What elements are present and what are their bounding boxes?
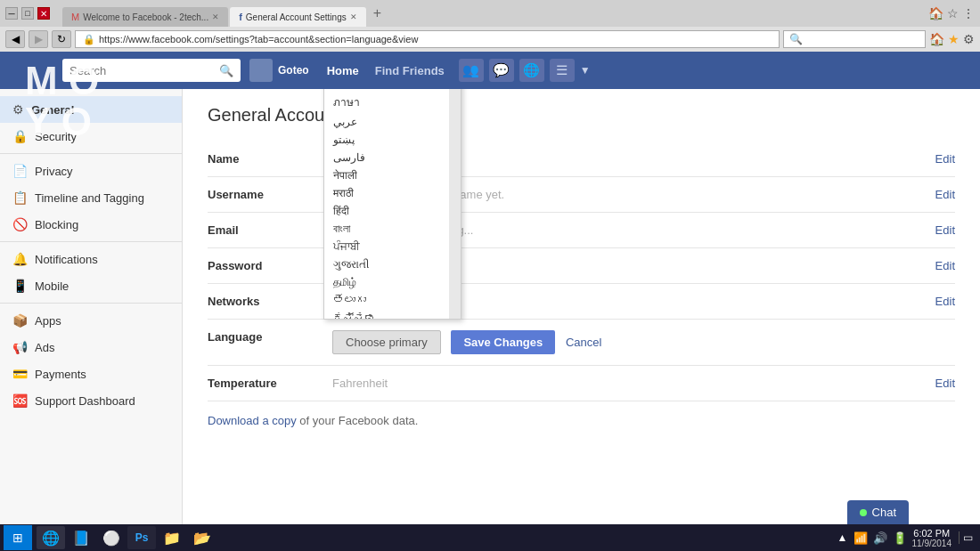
cancel-btn[interactable]: Cancel [559, 330, 608, 354]
sidebar-item-blocking[interactable]: 🚫 Blocking [0, 211, 182, 238]
taskbar-battery-icon[interactable]: 🔋 [893, 531, 907, 545]
sidebar-item-privacy[interactable]: 📄 Privacy [0, 158, 182, 184]
sidebar-item-support[interactable]: 🆘 Support Dashboard [0, 387, 182, 414]
lang-item[interactable]: తెలుగు [324, 291, 448, 309]
fb-dropdown-arrow[interactable]: ▼ [580, 64, 591, 77]
fb-friend-requests-icon[interactable]: 👥 [459, 59, 484, 82]
lang-item[interactable]: বাংলা [324, 220, 448, 238]
ie-icon: 🌐 [42, 530, 60, 547]
lang-item[interactable]: मराठी [324, 184, 448, 202]
taskbar-date: 11/9/2014 [912, 539, 952, 548]
star-icon[interactable]: ☆ [947, 6, 959, 20]
taskbar-app-extra2[interactable]: 📂 [188, 526, 216, 549]
star-nav-icon[interactable]: ★ [948, 32, 960, 46]
fb-notifications-icon[interactable]: 🌐 [519, 59, 544, 82]
edit-link[interactable]: Edit [935, 377, 955, 390]
close-btn[interactable]: ✕ [37, 7, 50, 20]
main-layout: ⚙ General 🔒 Security 📄 Privacy 📋 Timelin… [0, 89, 980, 524]
taskbar-volume-icon[interactable]: 🔊 [873, 531, 887, 545]
chat-button[interactable]: Chat [847, 500, 909, 524]
tab-welcome[interactable]: M Welcome to Facebook - 2tech... ✕ [62, 7, 228, 27]
sidebar-item-label: Timeline and Tagging [35, 191, 144, 205]
new-tab-btn[interactable]: + [373, 5, 381, 21]
sidebar-item-timeline[interactable]: 📋 Timeline and Tagging [0, 184, 182, 211]
sidebar-item-payments[interactable]: 💳 Payments [0, 361, 182, 387]
taskbar-app-ie[interactable]: 🌐 [37, 526, 65, 549]
lang-item[interactable]: ਪੰਜਾਬੀ [324, 238, 448, 255]
lang-item[interactable]: नेपाली [324, 166, 448, 184]
support-icon: 🆘 [12, 393, 28, 408]
sidebar-item-mobile[interactable]: 📱 Mobile [0, 272, 182, 299]
menu-nav-icon[interactable]: ⚙ [963, 32, 975, 46]
sidebar-item-label: Apps [35, 314, 61, 328]
sidebar-item-apps[interactable]: 📦 Apps [0, 307, 182, 334]
fb-search-icon: 🔍 [219, 64, 233, 77]
lang-item[interactable]: پښتو [324, 131, 448, 149]
lang-item[interactable]: हिंदी [324, 202, 448, 220]
tab-close-icon[interactable]: ✕ [212, 12, 219, 21]
fb-messages-icon[interactable]: 💬 [489, 59, 514, 82]
edit-link[interactable]: Edit [935, 295, 955, 308]
fb-username-display: Goteo [278, 64, 309, 77]
minimize-btn[interactable]: ─ [5, 7, 18, 20]
taskbar-show-desktop-icon[interactable]: ▭ [959, 531, 973, 544]
fb-user-avatar[interactable] [249, 59, 273, 82]
tab-close-icon[interactable]: ✕ [350, 12, 357, 21]
back-btn[interactable]: ◀ [5, 30, 25, 48]
sidebar-item-ads[interactable]: 📢 Ads [0, 334, 182, 361]
edit-link[interactable]: Edit [935, 223, 955, 237]
lang-list[interactable]: РусскийСрпскиТочикиУкраїнськаქართულიՀայե… [324, 89, 461, 319]
tab-settings[interactable]: f General Account Settings ✕ [230, 7, 366, 27]
field-edit: Edit [858, 248, 955, 284]
field-value: Choose primary Save Changes Cancel Русск… [323, 320, 858, 366]
home-nav-icon[interactable]: 🏠 [929, 32, 944, 46]
sidebar-divider [0, 153, 182, 154]
fb-home-link[interactable]: Home [327, 64, 359, 77]
lang-item[interactable]: ગુજરાતી [324, 255, 448, 273]
start-btn[interactable]: ⊞ [4, 525, 32, 550]
taskbar-app-edge[interactable]: 📘 [67, 526, 95, 549]
forward-btn[interactable]: ▶ [29, 30, 48, 48]
fb-topbar: 🔍 Goteo Home Find Friends 👥 💬 🌐 ☰ ▼ [0, 52, 980, 89]
edit-link[interactable]: Edit [935, 152, 955, 166]
address-bar[interactable]: 🔒 https://www.facebook.com/settings?tab=… [75, 30, 780, 48]
taskbar-app-extra[interactable]: 📁 [158, 526, 186, 549]
field-label: Email [208, 213, 323, 248]
star-icons: 🏠 ☆ ⋮ [928, 6, 975, 20]
maximize-btn[interactable]: □ [21, 7, 34, 20]
sidebar-item-label: Mobile [35, 280, 69, 293]
download-suffix: of your Facebook data. [299, 414, 418, 427]
refresh-btn[interactable]: ↻ [52, 30, 71, 48]
settings-table: Name GoteorGoteo Edit Username You have … [208, 142, 955, 401]
tab-label: Welcome to Facebook - 2tech... [83, 12, 208, 22]
download-link[interactable]: Download a copy [208, 414, 297, 427]
settings-icon[interactable]: ⋮ [962, 6, 975, 20]
scrollbar-track[interactable] [449, 89, 461, 319]
window-controls: ─ □ ✕ [5, 7, 50, 20]
taskbar-app-photoshop[interactable]: Ps [127, 526, 156, 549]
fb-settings-icon[interactable]: ☰ [550, 59, 575, 82]
watermark-text: M O [25, 61, 99, 101]
field-edit: Edit [858, 177, 955, 213]
taskbar-network-icon[interactable]: 📶 [853, 531, 868, 545]
fb-find-friends-link[interactable]: Find Friends [375, 64, 445, 77]
save-changes-btn[interactable]: Save Changes [451, 330, 555, 354]
sidebar-item-notifications[interactable]: 🔔 Notifications [0, 246, 182, 272]
settings-row-email: Email Primary: 2techno2010@g... Edit [208, 213, 955, 248]
home-icon[interactable]: 🏠 [928, 6, 943, 20]
edit-link[interactable]: Edit [935, 188, 955, 201]
lang-item[interactable]: عربي [324, 113, 448, 131]
apps-icon: 📦 [12, 313, 28, 328]
search-bar[interactable]: 🔍 [783, 30, 926, 48]
lang-item[interactable]: ภาษา [324, 91, 448, 113]
field-label: Name [208, 142, 323, 177]
lang-item[interactable]: فارسی [324, 149, 448, 166]
choose-primary-btn[interactable]: Choose primary [332, 330, 441, 354]
taskbar-notify-icon[interactable]: ▲ [837, 531, 848, 544]
lang-list-inner: РусскийСрпскиТочикиУкраїнськаქართულიՀայե… [324, 89, 461, 319]
edit-link[interactable]: Edit [935, 259, 955, 272]
lang-item[interactable]: தமிழ் [324, 273, 448, 291]
taskbar-app-chrome[interactable]: ⚪ [97, 526, 126, 549]
lang-item[interactable]: ಕನ್ನಡ [324, 309, 448, 319]
taskbar-datetime[interactable]: 6:02 PM 11/9/2014 [912, 528, 952, 548]
